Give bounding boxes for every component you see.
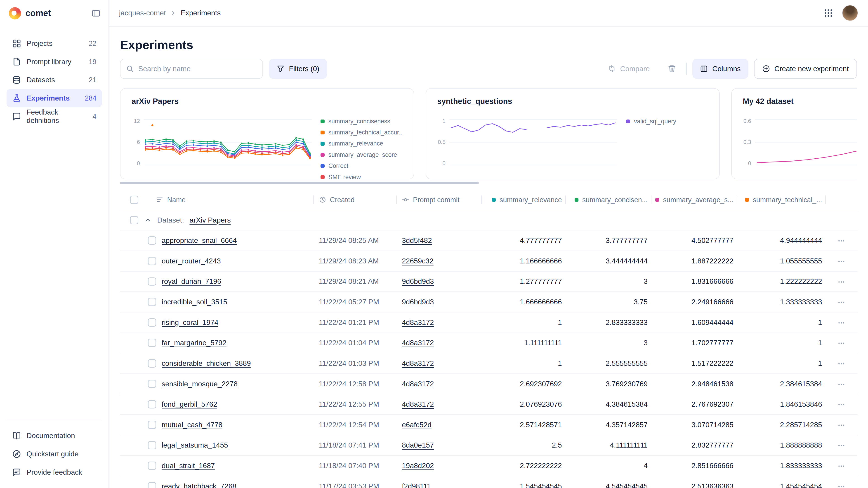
sidebar-footer-item[interactable]: Provide feedback xyxy=(6,463,102,482)
row-menu-icon[interactable] xyxy=(837,298,845,306)
row-checkbox[interactable] xyxy=(148,462,156,470)
prompt-commit-link[interactable]: 9d6bd9d3 xyxy=(402,277,434,285)
experiment-row[interactable]: incredible_soil_3515 11/22/24 05:27 PM 9… xyxy=(120,292,857,312)
experiment-name-link[interactable]: royal_durian_7196 xyxy=(162,277,221,286)
sidebar-footer-item[interactable]: Documentation xyxy=(6,427,102,445)
create-experiment-button[interactable]: Create new experiment xyxy=(754,59,857,78)
filters-button[interactable]: Filters (0) xyxy=(269,59,327,78)
row-checkbox[interactable] xyxy=(148,359,156,367)
row-checkbox[interactable] xyxy=(148,421,156,429)
metric-column-header[interactable]: summary_average_s... xyxy=(651,196,737,204)
comet-logo[interactable]: comet xyxy=(9,7,51,20)
sidebar-item[interactable]: Experiments 284 xyxy=(6,89,102,107)
metric-column-header[interactable]: summary_technical_... xyxy=(737,196,826,204)
columns-button[interactable]: Columns xyxy=(692,59,748,78)
chart-card-my-42-dataset[interactable]: My 42 dataset 0.60.30 xyxy=(731,88,857,180)
row-checkbox[interactable] xyxy=(148,318,156,327)
chart-card-arxiv-papers[interactable]: arXiv Papers 1260 summary_conciseness xyxy=(120,88,414,180)
search-box[interactable] xyxy=(120,59,263,78)
row-checkbox[interactable] xyxy=(148,298,156,306)
metric-column-header[interactable]: summary_concisen... xyxy=(565,196,651,204)
experiment-row[interactable]: outer_router_4243 11/29/24 08:23 AM 2265… xyxy=(120,251,857,271)
row-menu-icon[interactable] xyxy=(837,319,845,327)
row-menu-icon[interactable] xyxy=(837,381,845,388)
apps-grid-icon[interactable] xyxy=(824,8,833,18)
prompt-commit-link[interactable]: 4d8a3172 xyxy=(402,380,434,388)
row-menu-icon[interactable] xyxy=(837,258,845,265)
experiment-row[interactable]: appropriate_snail_6664 11/29/24 08:25 AM… xyxy=(120,230,857,251)
group-dataset-link[interactable]: arXiv Papers xyxy=(190,216,231,224)
experiment-name-link[interactable]: sensible_mosque_2278 xyxy=(162,380,238,388)
prompt-commit-link[interactable]: 4d8a3172 xyxy=(402,339,434,347)
row-checkbox[interactable] xyxy=(148,380,156,388)
row-checkbox[interactable] xyxy=(148,278,156,286)
commit-column-header[interactable]: Prompt commit xyxy=(413,196,460,204)
search-input[interactable] xyxy=(138,65,257,73)
breadcrumb-workspace[interactable]: jacques-comet xyxy=(119,9,166,17)
group-checkbox[interactable] xyxy=(130,216,138,224)
experiment-row[interactable]: rising_coral_1974 11/22/24 01:21 PM 4d8a… xyxy=(120,312,857,333)
prompt-commit-link[interactable]: 19a8d202 xyxy=(402,462,434,470)
delete-button[interactable] xyxy=(663,60,681,77)
row-menu-icon[interactable] xyxy=(837,360,845,367)
prompt-commit-link[interactable]: 3dd5f482 xyxy=(402,236,432,245)
compare-button[interactable]: Compare xyxy=(600,59,657,78)
chevron-up-icon[interactable] xyxy=(144,216,152,224)
experiment-name-link[interactable]: appropriate_snail_6664 xyxy=(162,236,237,245)
row-checkbox[interactable] xyxy=(148,339,156,347)
experiment-name-link[interactable]: rising_coral_1974 xyxy=(162,318,218,327)
experiment-row[interactable]: ready_hatchback_7268 11/17/24 03:53 PM f… xyxy=(120,476,857,488)
sidebar-item[interactable]: Projects 22 xyxy=(6,34,102,53)
experiment-name-link[interactable]: considerable_chicken_3889 xyxy=(162,359,251,367)
experiment-name-link[interactable]: far_margarine_5792 xyxy=(162,339,226,347)
prompt-commit-link[interactable]: 22659c32 xyxy=(402,257,434,265)
sort-icon[interactable] xyxy=(156,196,163,203)
experiment-row[interactable]: dual_strait_1687 11/18/24 07:40 PM 19a8d… xyxy=(120,455,857,476)
metric-column-header[interactable]: summary_relevance xyxy=(481,196,565,204)
prompt-commit-link[interactable]: 9d6bd9d3 xyxy=(402,298,434,306)
prompt-commit-link[interactable]: f2d98111 xyxy=(402,482,431,488)
experiment-name-link[interactable]: fond_gerbil_5762 xyxy=(162,400,217,409)
experiment-name-link[interactable]: incredible_soil_3515 xyxy=(162,298,227,306)
row-checkbox[interactable] xyxy=(148,482,156,488)
row-menu-icon[interactable] xyxy=(837,421,845,429)
row-menu-icon[interactable] xyxy=(837,442,845,449)
row-checkbox[interactable] xyxy=(148,441,156,449)
prompt-commit-link[interactable]: 8da0e157 xyxy=(402,441,434,449)
user-avatar[interactable] xyxy=(842,5,858,21)
created-column-header[interactable]: Created xyxy=(330,196,355,204)
experiment-row[interactable]: royal_durian_7196 11/29/24 08:21 AM 9d6b… xyxy=(120,271,857,292)
cards-scrollbar-thumb[interactable] xyxy=(120,182,479,184)
experiment-row[interactable]: sensible_mosque_2278 11/22/24 12:58 PM 4… xyxy=(120,374,857,394)
experiment-row[interactable]: considerable_chicken_3889 11/22/24 01:03… xyxy=(120,353,857,374)
row-menu-icon[interactable] xyxy=(837,339,845,347)
prompt-commit-link[interactable]: 4d8a3172 xyxy=(402,359,434,367)
sidebar-item[interactable]: Feedback definitions 4 xyxy=(6,107,102,126)
row-checkbox[interactable] xyxy=(148,257,156,265)
row-menu-icon[interactable] xyxy=(837,237,845,245)
sidebar-footer-item[interactable]: Quickstart guide xyxy=(6,445,102,463)
sidebar-item[interactable]: Prompt library 19 xyxy=(6,53,102,71)
experiment-row[interactable]: mutual_cash_4778 11/22/24 12:54 PM e6afc… xyxy=(120,415,857,435)
sidebar-item[interactable]: Datasets 21 xyxy=(6,71,102,89)
select-all-checkbox[interactable] xyxy=(130,196,138,204)
experiment-name-link[interactable]: outer_router_4243 xyxy=(162,257,221,265)
experiment-name-link[interactable]: legal_satsuma_1455 xyxy=(162,441,228,449)
name-column-header[interactable]: Name xyxy=(167,196,186,204)
prompt-commit-link[interactable]: 4d8a3172 xyxy=(402,400,434,408)
row-menu-icon[interactable] xyxy=(837,462,845,470)
sidebar-collapse-icon[interactable] xyxy=(92,9,100,18)
prompt-commit-link[interactable]: 4d8a3172 xyxy=(402,318,434,326)
row-menu-icon[interactable] xyxy=(837,401,845,409)
row-checkbox[interactable] xyxy=(148,236,156,245)
row-menu-icon[interactable] xyxy=(837,483,845,488)
experiment-row[interactable]: far_margarine_5792 11/22/24 01:04 PM 4d8… xyxy=(120,333,857,353)
experiment-row[interactable]: fond_gerbil_5762 11/22/24 12:55 PM 4d8a3… xyxy=(120,394,857,415)
experiment-name-link[interactable]: ready_hatchback_7268 xyxy=(162,482,237,488)
experiment-name-link[interactable]: mutual_cash_4778 xyxy=(162,421,222,429)
experiment-row[interactable]: legal_satsuma_1455 11/18/24 07:41 PM 8da… xyxy=(120,435,857,456)
row-checkbox[interactable] xyxy=(148,400,156,409)
chart-card-synthetic-questions[interactable]: synthetic_questions 10.50 valid_sql_quer… xyxy=(426,88,719,180)
row-menu-icon[interactable] xyxy=(837,278,845,286)
experiment-name-link[interactable]: dual_strait_1687 xyxy=(162,462,215,470)
